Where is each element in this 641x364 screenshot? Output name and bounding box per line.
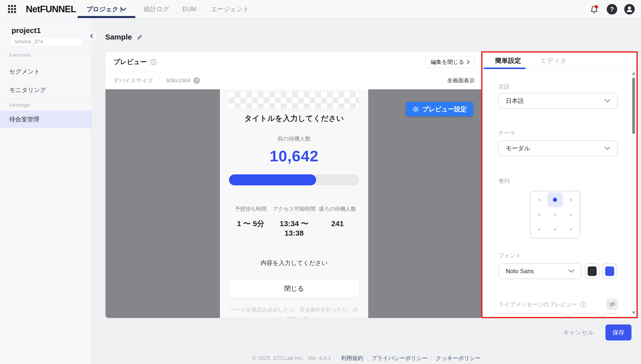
align-grid (530, 191, 580, 238)
device-size-value: 606x1004 (166, 77, 191, 84)
tab-simple-settings[interactable]: 簡単設定 (495, 56, 521, 65)
page-title: Sample (105, 33, 132, 41)
color-swatch (605, 266, 614, 276)
active-tab-underline (483, 68, 526, 69)
waiting-stats: 予想待ち時間 1 〜 5分 アクセス可能時間 13:34 〜 13:38 後ろの… (229, 205, 359, 238)
theme-select[interactable]: モーダル (498, 141, 618, 156)
privacy-policy-link[interactable]: プライバシーポリシー (371, 354, 428, 362)
info-icon[interactable] (580, 301, 587, 308)
waiting-room-body-text: 内容を入力してください (229, 259, 359, 267)
divider (367, 355, 367, 361)
waiting-room-notice: ページを再読み込みしたり、戻る操作を行ったり、ポップアップ を閉じて再接続すると… (229, 305, 359, 318)
nav-item-eum[interactable]: EUM (182, 0, 196, 18)
align-label: 整列 (498, 177, 509, 185)
version-text: Ver. 4.6.1 (308, 355, 331, 361)
app-logo[interactable]: NetFUNNEL (26, 0, 76, 18)
divider (0, 99, 92, 99)
stat-value: 13:34 〜 13:38 (272, 219, 316, 238)
device-size-label: デバイスサイズ (113, 77, 153, 84)
align-cell[interactable] (563, 192, 579, 207)
live-message-label: ライブメッセージのプレビュー (498, 301, 577, 308)
align-cell[interactable] (532, 192, 547, 207)
font-color-swatch-dark[interactable] (585, 263, 599, 279)
image-placeholder-checkerboard (229, 92, 359, 110)
info-icon[interactable] (150, 59, 157, 65)
sidebar-item-monitoring[interactable]: モニタリング (0, 81, 92, 99)
scroll-down-arrow[interactable] (632, 311, 635, 314)
device-size-help-icon[interactable]: ? (193, 77, 200, 84)
stat-value: 1 〜 5分 (229, 219, 272, 228)
chevron-down-icon (568, 269, 574, 273)
live-message-size-select[interactable] (570, 313, 600, 317)
nav-item-projects[interactable]: プロジェクト (86, 0, 125, 18)
waiting-ahead-value: 10,642 (229, 147, 359, 165)
waiting-room-modal: タイトルを入力してください 前の待機人数 10,642 予想待ち時間 1 〜 5… (220, 89, 368, 318)
main-content: Sample プレビュー 編集を閉じる デバイスサイズ (92, 18, 641, 364)
preview-title: プレビュー (113, 58, 147, 66)
section-label-settings: Settings (9, 102, 30, 108)
align-cell[interactable] (532, 222, 547, 237)
chevron-down-icon (604, 147, 610, 150)
sidebar-item-segment[interactable]: セグメント (0, 63, 92, 80)
active-nav-underline (78, 16, 135, 18)
live-message-color-swatch[interactable] (603, 313, 618, 317)
divider (432, 355, 432, 361)
fullscreen-link[interactable]: 全画面表示 (447, 77, 475, 84)
gear-icon (412, 106, 419, 113)
cancel-button[interactable]: キャンセル (563, 328, 594, 336)
settings-panel: 簡単設定 エディタ 言語 日本語 テーマ モーダル 整列 (481, 51, 638, 318)
settings-panel-body: 言語 日本語 テーマ モーダル 整列 (482, 69, 636, 317)
live-message-row: ライブメッセージのプレビュー (498, 301, 587, 308)
notification-bell-icon[interactable] (589, 5, 600, 15)
language-select[interactable]: 日本語 (498, 93, 618, 109)
account-avatar-icon[interactable] (624, 4, 635, 15)
chevron-right-icon (467, 60, 470, 64)
align-cell[interactable] (547, 222, 563, 237)
theme-label: テーマ (498, 129, 515, 137)
panel-scrollbar[interactable] (631, 70, 636, 316)
apps-grid-icon[interactable] (8, 5, 17, 14)
stat-label: アクセス可能時間 (272, 205, 316, 212)
copyright-text: © 2025. STCLab Inc. (252, 355, 304, 361)
sidebar-collapse-button[interactable] (86, 30, 97, 42)
align-cell[interactable] (563, 222, 579, 237)
live-message-input[interactable] (492, 313, 567, 317)
service-select-input[interactable] (9, 37, 83, 46)
toggle-visibility-eye-off-icon[interactable] (606, 298, 618, 310)
waiting-room-close-button[interactable]: 閉じる (229, 279, 359, 298)
scroll-up-arrow[interactable] (632, 72, 635, 75)
edit-title-pencil-icon[interactable] (137, 34, 143, 40)
sidebar: project1 Controls セグメント モニタリング Settings … (0, 18, 92, 364)
sidebar-item-waiting-room[interactable]: 待合室管理 (0, 111, 92, 128)
nav-item-stats-log[interactable]: 統計ログ (144, 0, 169, 18)
stat-value: 241 (316, 219, 359, 228)
font-color-swatch-blue[interactable] (602, 263, 617, 279)
chevron-down-icon[interactable] (121, 8, 126, 11)
chevron-down-icon (604, 99, 610, 103)
font-select[interactable]: Noto Sans (498, 263, 582, 279)
preview-settings-button[interactable]: プレビュー設定 (406, 102, 473, 116)
section-label-controls: Controls (9, 52, 31, 58)
divider (0, 51, 92, 51)
terms-link[interactable]: 利用規約 (341, 354, 363, 362)
footer: © 2025. STCLab Inc. Ver. 4.6.1 利用規約 プライバ… (92, 354, 641, 362)
preview-card: プレビュー 編集を閉じる デバイスサイズ 606x1004 ? 全画面表示 (105, 52, 483, 318)
project-name: project1 (12, 26, 41, 35)
align-cell[interactable] (563, 207, 579, 222)
preview-viewport: タイトルを入力してください 前の待機人数 10,642 予想待ち時間 1 〜 5… (105, 89, 483, 318)
nav-item-agent[interactable]: エージェント (211, 0, 249, 18)
align-cell[interactable] (547, 207, 563, 222)
waiting-ahead-label: 前の待機人数 (229, 135, 359, 143)
save-button[interactable]: 保存 (605, 324, 631, 340)
cookie-policy-link[interactable]: クッキーポリシー (436, 354, 481, 362)
tab-editor[interactable]: エディタ (540, 56, 567, 65)
stat-label: 後ろの待機人数 (316, 205, 359, 212)
scrollbar-thumb[interactable] (632, 78, 635, 134)
top-navigation: NetFUNNEL プロジェクト 統計ログ EUM エージェント ? (0, 0, 641, 18)
align-cell[interactable] (547, 192, 563, 207)
align-cell[interactable] (532, 207, 547, 222)
help-icon[interactable]: ? (607, 4, 617, 15)
form-actions: キャンセル 保存 (563, 324, 631, 340)
close-edit-button[interactable]: 編集を閉じる (426, 56, 475, 68)
color-swatch (588, 266, 597, 276)
